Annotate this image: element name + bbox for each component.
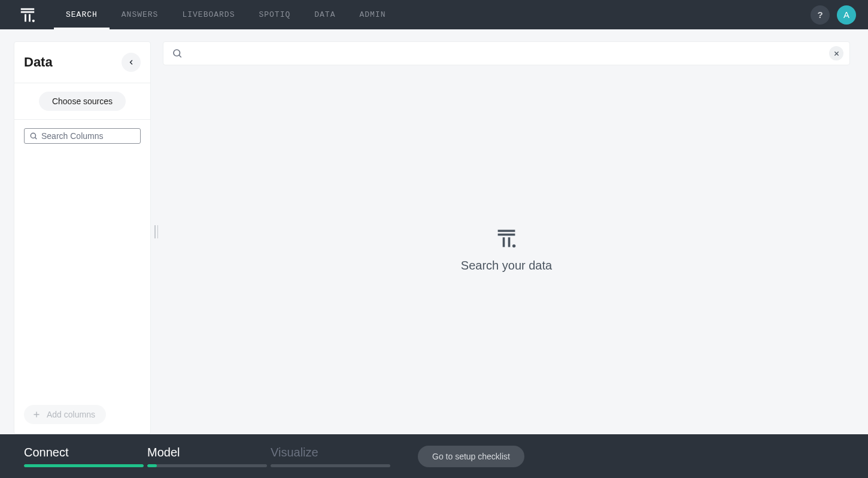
- progress-track: [271, 464, 390, 467]
- user-avatar[interactable]: A: [837, 5, 856, 25]
- nav-tab-search[interactable]: SEARCH: [54, 0, 110, 29]
- svg-rect-1: [21, 11, 34, 13]
- progress-label: Connect: [24, 446, 144, 459]
- progress-fill: [24, 464, 144, 467]
- main-search-input[interactable]: [189, 49, 829, 59]
- go-to-setup-checklist-button[interactable]: Go to setup checklist: [418, 446, 524, 467]
- progress-label: Visualize: [271, 446, 390, 459]
- progress-fill: [147, 464, 157, 467]
- main-area: Data Choose sources Add columns: [0, 29, 868, 434]
- data-sidebar: Data Choose sources Add columns: [14, 41, 151, 434]
- svg-rect-3: [29, 14, 31, 22]
- nav-tab-data[interactable]: DATA: [302, 0, 347, 29]
- empty-state-heading: Search your data: [461, 259, 552, 273]
- collapse-sidebar-button[interactable]: [122, 53, 141, 72]
- svg-point-9: [174, 50, 180, 56]
- svg-rect-0: [21, 8, 34, 10]
- svg-point-4: [32, 19, 35, 22]
- progress-step-connect: Connect: [24, 446, 144, 467]
- svg-rect-14: [498, 233, 515, 235]
- choose-sources-button[interactable]: Choose sources: [39, 92, 126, 111]
- app-logo[interactable]: [19, 7, 36, 23]
- logo-icon: [19, 7, 36, 23]
- plus-icon: [32, 410, 41, 419]
- progress-track: [24, 464, 144, 467]
- progress-track: [147, 464, 267, 467]
- add-columns-button[interactable]: Add columns: [24, 405, 106, 424]
- avatar-initial: A: [843, 10, 849, 20]
- close-icon: [833, 50, 840, 57]
- svg-rect-15: [503, 237, 505, 247]
- svg-line-6: [35, 137, 37, 139]
- content-area: Search your data: [163, 41, 850, 434]
- sidebar-footer: Add columns: [14, 395, 150, 434]
- add-columns-label: Add columns: [47, 410, 95, 419]
- progress-step-model: Model: [147, 446, 267, 467]
- empty-state-logo-icon: [496, 228, 517, 249]
- nav-tabs: SEARCH ANSWERS LIVEBOARDS SPOTIQ DATA AD…: [54, 0, 397, 29]
- nav-tab-admin[interactable]: ADMIN: [347, 0, 397, 29]
- sidebar-title: Data: [24, 55, 53, 70]
- progress-label: Model: [147, 446, 267, 459]
- svg-rect-2: [25, 14, 26, 22]
- svg-rect-16: [508, 237, 511, 247]
- column-search-input[interactable]: [41, 131, 135, 141]
- svg-line-10: [179, 55, 181, 58]
- search-icon: [29, 132, 38, 140]
- choose-sources-area: Choose sources: [14, 83, 150, 120]
- clear-search-button[interactable]: [829, 46, 843, 60]
- chevron-left-icon: [128, 59, 135, 66]
- nav-tab-liveboards[interactable]: LIVEBOARDS: [170, 0, 247, 29]
- top-nav: SEARCH ANSWERS LIVEBOARDS SPOTIQ DATA AD…: [0, 0, 868, 29]
- column-search-field[interactable]: [24, 128, 141, 144]
- column-search-area: [14, 120, 150, 144]
- nav-right: ? A: [811, 5, 856, 25]
- nav-tab-spotiq[interactable]: SPOTIQ: [247, 0, 302, 29]
- setup-progress-bar: Connect Model Visualize Go to setup chec…: [0, 434, 868, 478]
- nav-tab-answers[interactable]: ANSWERS: [110, 0, 171, 29]
- main-search-bar[interactable]: [163, 41, 850, 65]
- empty-state: Search your data: [163, 65, 850, 434]
- progress-step-visualize: Visualize: [271, 446, 390, 467]
- svg-point-5: [31, 133, 35, 138]
- svg-rect-13: [498, 229, 515, 232]
- help-icon: ?: [817, 10, 823, 20]
- svg-point-17: [512, 244, 515, 247]
- search-icon: [172, 48, 183, 59]
- sidebar-header: Data: [14, 42, 150, 83]
- help-button[interactable]: ?: [811, 5, 830, 25]
- sidebar-resize-handle[interactable]: [153, 225, 159, 238]
